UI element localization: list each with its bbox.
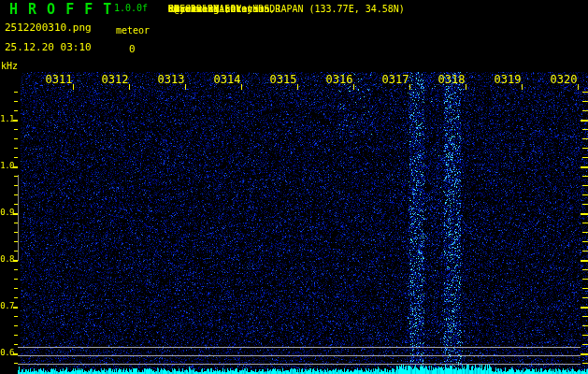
time-tick-label: 0311 bbox=[45, 75, 73, 84]
time-tick-label: 0317 bbox=[381, 75, 409, 84]
freq-tick-label: 0.7 bbox=[0, 302, 14, 310]
time-tick-label: 0320 bbox=[550, 75, 578, 84]
freq-tick-label: 1.1 bbox=[0, 115, 14, 123]
time-tick-label: 0315 bbox=[269, 75, 297, 84]
freq-tick-label: 1.0 bbox=[0, 162, 14, 170]
time-tick-label: 0314 bbox=[213, 75, 241, 84]
time-tick-label: 0313 bbox=[157, 75, 185, 84]
time-tick-label: 0316 bbox=[325, 75, 353, 84]
datetime-label: 25.12.20 03:10 bbox=[5, 42, 92, 53]
meteor-count: 0 bbox=[129, 44, 136, 55]
info-value: Radix RY-62V bbox=[174, 4, 241, 15]
y-axis-unit-label: kHz bbox=[1, 62, 18, 71]
spectrogram-canvas bbox=[0, 0, 588, 374]
time-tick-label: 0312 bbox=[101, 75, 129, 84]
mode-label: meteor bbox=[116, 26, 150, 36]
hrofft-screen: H R O F F T 1.0.0f 2512200310.png meteor… bbox=[0, 0, 588, 374]
time-tick-label: 0319 bbox=[494, 75, 522, 84]
output-filename: 2512200310.png bbox=[5, 22, 92, 34]
app-version: 1.0.0f bbox=[114, 4, 148, 13]
freq-tick-label: 0.6 bbox=[0, 349, 14, 357]
freq-tick-label: 0.9 bbox=[0, 209, 14, 217]
time-tick-label: 0318 bbox=[437, 75, 466, 84]
app-title: H R O F F T bbox=[9, 3, 112, 16]
freq-tick-label: 0.8 bbox=[0, 255, 14, 264]
